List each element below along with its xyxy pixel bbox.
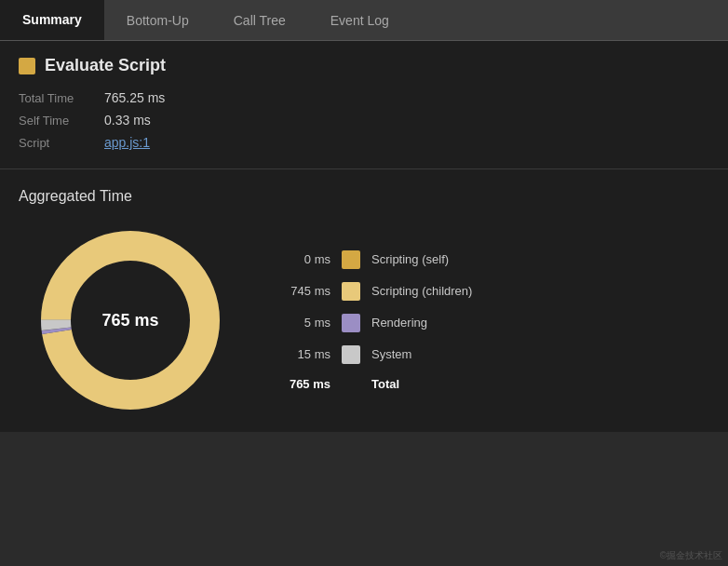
legend-total-label: Total [371,377,399,391]
evaluate-title-text: Evaluate Script [45,56,166,75]
self-time-value: 0.33 ms [104,113,151,128]
evaluate-color-swatch [19,58,35,74]
tab-bottom-up[interactable]: Bottom-Up [104,0,211,40]
legend-label-2: Rendering [371,316,427,330]
main-content: Evaluate Script Total Time 765.25 ms Sel… [0,41,728,432]
aggregated-section: Aggregated Time 765 ms [0,169,728,432]
legend-row-1: 745 ms Scripting (children) [279,282,709,301]
legend-swatch-0 [342,250,360,269]
aggregated-title: Aggregated Time [19,188,709,205]
total-time-row: Total Time 765.25 ms [19,90,709,105]
legend-swatch-1 [342,282,360,301]
chart-area: 765 ms 0 ms Scripting (self) 745 ms Scri… [19,227,709,413]
self-time-label: Self Time [19,114,93,128]
legend-row-2: 5 ms Rendering [279,314,709,332]
tab-call-tree[interactable]: Call Tree [211,0,308,40]
legend-value-1: 745 ms [279,284,330,298]
script-link[interactable]: app.js:1 [104,135,150,150]
donut-center-label: 765 ms [101,311,158,330]
evaluate-section: Evaluate Script Total Time 765.25 ms Sel… [0,41,728,169]
legend-swatch-2 [342,314,360,332]
script-row: Script app.js:1 [19,135,709,150]
tab-event-log[interactable]: Event Log [308,0,411,40]
total-time-label: Total Time [19,91,93,105]
legend-row-0: 0 ms Scripting (self) [279,250,709,269]
total-time-value: 765.25 ms [104,90,165,105]
donut-chart: 765 ms [37,227,223,413]
watermark: ©掘金技术社区 [660,549,722,562]
legend: 0 ms Scripting (self) 745 ms Scripting (… [279,250,709,391]
self-time-row: Self Time 0.33 ms [19,113,709,128]
legend-label-0: Scripting (self) [371,252,449,266]
legend-value-2: 5 ms [279,316,330,330]
legend-total-value: 765 ms [279,377,330,391]
evaluate-title: Evaluate Script [19,56,709,75]
legend-label-1: Scripting (children) [371,284,472,298]
stats-grid: Total Time 765.25 ms Self Time 0.33 ms S… [19,90,709,150]
legend-value-3: 15 ms [279,347,330,361]
legend-row-3: 15 ms System [279,345,709,364]
legend-value-0: 0 ms [279,252,330,266]
legend-swatch-3 [342,345,360,364]
legend-total-row: 765 ms Total [279,377,709,391]
tab-summary[interactable]: Summary [0,0,104,40]
script-label: Script [19,136,93,150]
tab-bar: Summary Bottom-Up Call Tree Event Log [0,0,728,41]
legend-label-3: System [371,347,411,361]
